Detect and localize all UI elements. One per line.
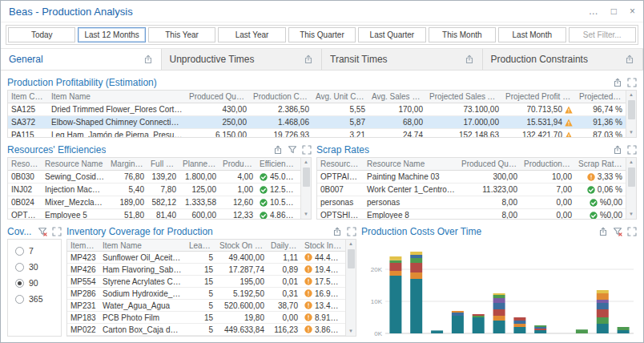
filter-icon[interactable] — [288, 145, 297, 155]
close-button[interactable]: × — [630, 6, 635, 16]
coverage-radio-90[interactable]: 90 — [15, 278, 54, 288]
column-header[interactable]: Efficiency (%) — [256, 159, 300, 168]
table-row[interactable]: OPTSHIFT8Employee 88,000,00%0,00 — [317, 209, 626, 220]
filter-button-this-quarter[interactable]: This Quarter — [288, 27, 356, 42]
column-header[interactable]: Produced Quantity — [186, 92, 250, 101]
vertical-scrollbar[interactable]: ▲▼ — [626, 91, 636, 137]
table-row[interactable]: MP286Sodium Hydroxide_Hidróxid...55.192,… — [67, 288, 345, 300]
table-row[interactable]: OPTPAINT03Painting Machine 03300,0010,00… — [317, 171, 626, 184]
table-row[interactable]: MP426Ham Flavoring_Saborizante...1517.28… — [67, 264, 345, 276]
filter-clear-icon[interactable] — [38, 227, 47, 236]
coverage-radio-30[interactable]: 30 — [15, 262, 54, 272]
column-header[interactable]: Full Costs — [147, 159, 179, 168]
bar-segment[interactable] — [513, 317, 525, 321]
bar-segment[interactable] — [534, 327, 546, 329]
coverage-radio-7[interactable]: 7 — [15, 246, 54, 256]
table-row[interactable]: SA372Elbow-Shaped Chimney Connection Ø 8… — [8, 116, 626, 129]
column-header[interactable]: Item Co... — [67, 241, 99, 250]
bar-segment[interactable] — [410, 255, 422, 258]
tab-transit-times[interactable]: Transit Times — [322, 49, 483, 70]
expand-icon[interactable] — [52, 227, 62, 236]
bar-segment[interactable] — [534, 329, 546, 330]
scrollbar-thumb[interactable] — [303, 167, 310, 187]
column-header[interactable]: Avg. Sales Price — [368, 92, 426, 101]
vertical-scrollbar[interactable]: ▲▼ — [626, 158, 636, 219]
filter-button-last-month[interactable]: Last Month — [498, 27, 566, 42]
table-row[interactable]: INJ02Injection Machine 25,407,80125,001,… — [8, 184, 300, 196]
tab-production-constraints[interactable]: Production Constraints — [483, 49, 644, 70]
export-icon[interactable] — [598, 227, 608, 236]
expand-icon[interactable] — [302, 145, 312, 155]
bar-segment[interactable] — [493, 309, 505, 316]
column-header[interactable]: Marginal Costs — [107, 159, 147, 168]
table-row[interactable]: 0B024Mixer_Mezclad...189,00582,121.333,5… — [8, 196, 300, 209]
table-row[interactable]: 0B007Work Center 1_Centro de Trabajo I11… — [317, 184, 626, 196]
bar-segment[interactable] — [493, 295, 505, 298]
filter-button-this-month[interactable]: This Month — [429, 27, 496, 42]
column-header[interactable]: Scrap Rate (%) — [575, 159, 626, 168]
column-header[interactable]: Item Code — [8, 92, 48, 101]
column-header[interactable]: Resource Name — [42, 159, 107, 168]
bar-segment[interactable] — [493, 316, 505, 321]
filter-button-set-filter[interactable]: Set Filter... — [569, 27, 636, 42]
column-header[interactable]: Resource Code — [317, 159, 364, 168]
bar-segment[interactable] — [597, 300, 609, 303]
bar-segment[interactable] — [410, 263, 422, 272]
bar-segment[interactable] — [389, 276, 401, 333]
scroll-down-arrow[interactable]: ▼ — [304, 211, 308, 218]
export-icon[interactable] — [613, 78, 622, 87]
bar-segment[interactable] — [452, 311, 464, 313]
table-row[interactable]: MP423Sunflower Oil_Aceite de Gir...549.4… — [67, 252, 345, 264]
table-row[interactable]: MP183PCB Photo Film1519,800,008.910,00 — [67, 312, 345, 324]
expand-icon[interactable] — [347, 227, 356, 236]
column-header[interactable]: Resourc... — [8, 159, 42, 168]
column-header[interactable]: Planned Pro... — [179, 159, 219, 168]
bar-segment[interactable] — [473, 316, 485, 317]
maximize-button[interactable]: □ — [611, 6, 617, 16]
filter-clear-icon[interactable] — [613, 227, 622, 236]
bar-segment[interactable] — [473, 314, 485, 316]
coverage-radio-365[interactable]: 365 — [15, 294, 54, 304]
column-header[interactable]: Lead Time — [186, 241, 216, 250]
scrollbar-thumb[interactable] — [348, 249, 355, 268]
expand-icon[interactable] — [627, 78, 637, 87]
scroll-up-arrow[interactable]: ▲ — [629, 159, 634, 166]
bar-segment[interactable] — [389, 260, 401, 263]
column-header[interactable]: Item Name — [99, 241, 186, 250]
scroll-up-arrow[interactable]: ▲ — [348, 240, 353, 248]
bar-segment[interactable] — [597, 317, 609, 324]
column-header[interactable]: Projected Sales Amount — [426, 92, 502, 101]
window-menu-button[interactable]: … — [589, 6, 598, 16]
column-header[interactable]: Stock On Hand — [216, 241, 268, 250]
export-icon[interactable] — [143, 54, 153, 64]
column-header[interactable]: Projected Profit Margin (%) — [576, 92, 626, 101]
column-header[interactable]: Item Name — [48, 92, 186, 101]
bar-segment[interactable] — [493, 321, 505, 333]
bar-segment[interactable] — [513, 327, 525, 333]
scrollbar-thumb[interactable] — [628, 167, 635, 187]
bar-segment[interactable] — [513, 324, 525, 327]
bar-segment[interactable] — [389, 271, 401, 276]
table-row[interactable]: PA115Leg Ham_Jamón de Pierna_Presunto de… — [8, 129, 626, 138]
expand-icon[interactable] — [627, 227, 637, 236]
scroll-down-arrow[interactable]: ▼ — [629, 211, 634, 218]
column-header[interactable]: Avg. Unit Cost — [312, 92, 368, 101]
bar-segment[interactable] — [493, 293, 505, 295]
bar-segment[interactable] — [431, 330, 443, 333]
table-row[interactable]: 0B030Sewing_Cosido_...76,80139,201.800,0… — [8, 171, 300, 184]
scroll-down-arrow[interactable]: ▼ — [629, 129, 634, 136]
export-icon[interactable] — [465, 54, 474, 64]
bar-segment[interactable] — [389, 263, 401, 271]
table-row[interactable]: MP554Styrene Acrylates Copolym...15195,0… — [67, 276, 345, 288]
table-row[interactable]: OPTSHI...Employee 551,8081,40600,0012,33… — [8, 209, 300, 220]
bar-segment[interactable] — [576, 329, 588, 333]
vertical-scrollbar[interactable]: ▲▼ — [300, 158, 311, 219]
bar-segment[interactable] — [618, 330, 630, 333]
column-header[interactable]: Production Scraps — [521, 159, 575, 168]
bar-segment[interactable] — [473, 317, 485, 333]
table-row[interactable]: MP022Carton Box_Caja de Cartó...5449.633… — [67, 324, 345, 336]
filter-button-today[interactable]: Today — [8, 27, 75, 42]
scrollbar-thumb[interactable] — [628, 100, 635, 119]
export-icon[interactable] — [332, 227, 342, 236]
scroll-up-arrow[interactable]: ▲ — [629, 91, 634, 99]
